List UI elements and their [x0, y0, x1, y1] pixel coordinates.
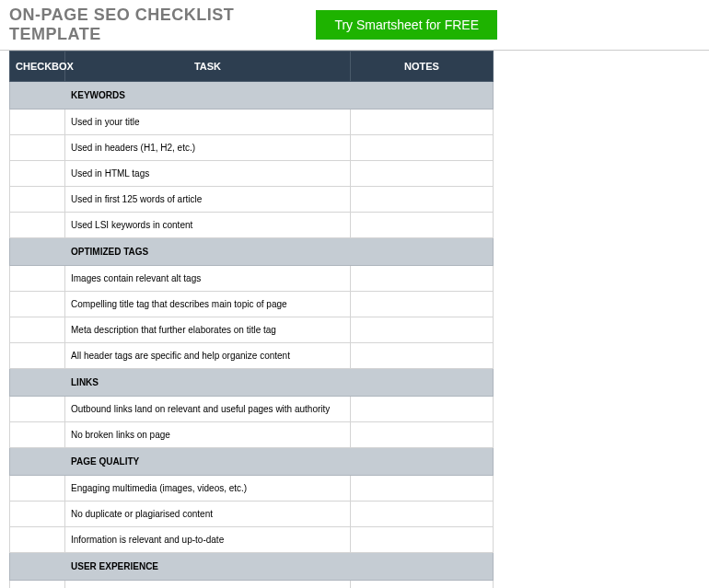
- task-cell: Used in HTML tags: [65, 161, 351, 187]
- notes-cell[interactable]: [351, 110, 494, 135]
- notes-cell[interactable]: [351, 213, 494, 238]
- notes-cell[interactable]: [351, 422, 494, 448]
- section-name: OPTIMIZED TAGS: [65, 238, 494, 266]
- table-row: No duplicate or plagiarised content: [10, 502, 494, 527]
- table-row: Information is relevant and up-to-date: [10, 527, 494, 553]
- notes-cell[interactable]: [351, 502, 494, 527]
- task-cell: Outbound links land on relevant and usef…: [65, 397, 351, 422]
- checkbox-cell[interactable]: [10, 161, 65, 187]
- task-cell: Information is relevant and up-to-date: [65, 527, 351, 553]
- section-row: USER EXPERIENCE: [10, 553, 494, 581]
- task-cell: Compelling title tag that describes main…: [65, 292, 351, 317]
- table-row: Images contain relevant alt tags: [10, 266, 494, 292]
- table-row: Outbound links land on relevant and usef…: [10, 397, 494, 422]
- checkbox-cell[interactable]: [10, 502, 65, 527]
- task-cell: No broken links on page: [65, 422, 351, 448]
- checkbox-cell[interactable]: [10, 266, 65, 292]
- checkbox-cell[interactable]: [10, 527, 65, 553]
- notes-cell[interactable]: [351, 161, 494, 187]
- section-row: PAGE QUALITY: [10, 448, 494, 476]
- section-name: KEYWORDS: [65, 82, 494, 110]
- task-cell: All header tags are specific and help or…: [65, 343, 351, 369]
- section-name: LINKS: [65, 369, 494, 397]
- notes-cell[interactable]: [351, 292, 494, 317]
- page-title: ON-PAGE SEO CHECKLIST TEMPLATE: [9, 6, 316, 44]
- task-cell: Meta description that further elaborates…: [65, 317, 351, 343]
- checkbox-cell[interactable]: [10, 135, 65, 161]
- header-bar: ON-PAGE SEO CHECKLIST TEMPLATE Try Smart…: [0, 0, 709, 51]
- section-row: OPTIMIZED TAGS: [10, 238, 494, 266]
- section-name: PAGE QUALITY: [65, 448, 494, 476]
- task-cell: Used in your title: [65, 110, 351, 135]
- notes-cell[interactable]: [351, 527, 494, 553]
- table-body: KEYWORDSUsed in your titleUsed in header…: [10, 82, 494, 589]
- table-row: Compelling title tag that describes main…: [10, 292, 494, 317]
- table-row: Used in your title: [10, 110, 494, 135]
- table-header-row: CHECKBOX TASK NOTES: [10, 52, 494, 82]
- checkbox-cell[interactable]: [10, 422, 65, 448]
- task-cell: No duplicate or plagiarised content: [65, 502, 351, 527]
- checkbox-cell[interactable]: [10, 292, 65, 317]
- checklist-table: CHECKBOX TASK NOTES KEYWORDSUsed in your…: [9, 51, 494, 588]
- table-row: Used in headers (H1, H2, etc.): [10, 135, 494, 161]
- table-row: Used in first 125 words of article: [10, 187, 494, 213]
- section-name: USER EXPERIENCE: [65, 553, 494, 581]
- table-row: No broken links on page: [10, 422, 494, 448]
- notes-cell[interactable]: [351, 135, 494, 161]
- checklist-table-wrap: CHECKBOX TASK NOTES KEYWORDSUsed in your…: [0, 51, 709, 588]
- task-cell: Used in headers (H1, H2, etc.): [65, 135, 351, 161]
- task-cell: Engaging multimedia (images, videos, etc…: [65, 476, 351, 502]
- section-row: LINKS: [10, 369, 494, 397]
- notes-cell[interactable]: [351, 343, 494, 369]
- table-row: All header tags are specific and help or…: [10, 343, 494, 369]
- table-row: Meta description that further elaborates…: [10, 317, 494, 343]
- checkbox-cell[interactable]: [10, 476, 65, 502]
- notes-cell[interactable]: [351, 187, 494, 213]
- checkbox-cell[interactable]: [10, 397, 65, 422]
- notes-cell[interactable]: [351, 581, 494, 589]
- checkbox-cell[interactable]: [10, 213, 65, 238]
- checkbox-cell[interactable]: [10, 343, 65, 369]
- section-row: KEYWORDS: [10, 82, 494, 110]
- checkbox-cell[interactable]: [10, 317, 65, 343]
- table-row: Page loads in under 5 seconds: [10, 581, 494, 589]
- task-cell: Used in first 125 words of article: [65, 187, 351, 213]
- col-header-task: TASK: [65, 52, 351, 82]
- section-checkbox-cell: [10, 238, 65, 266]
- section-checkbox-cell: [10, 448, 65, 476]
- checkbox-cell[interactable]: [10, 581, 65, 589]
- table-row: Engaging multimedia (images, videos, etc…: [10, 476, 494, 502]
- col-header-notes: NOTES: [351, 52, 494, 82]
- notes-cell[interactable]: [351, 266, 494, 292]
- notes-cell[interactable]: [351, 476, 494, 502]
- section-checkbox-cell: [10, 82, 65, 110]
- section-checkbox-cell: [10, 369, 65, 397]
- checkbox-cell[interactable]: [10, 187, 65, 213]
- task-cell: Images contain relevant alt tags: [65, 266, 351, 292]
- col-header-checkbox: CHECKBOX: [10, 52, 65, 82]
- table-row: Used in HTML tags: [10, 161, 494, 187]
- table-row: Used LSI keywords in content: [10, 213, 494, 238]
- notes-cell[interactable]: [351, 397, 494, 422]
- checkbox-cell[interactable]: [10, 110, 65, 135]
- notes-cell[interactable]: [351, 317, 494, 343]
- task-cell: Page loads in under 5 seconds: [65, 581, 351, 589]
- try-smartsheet-button[interactable]: Try Smartsheet for FREE: [316, 10, 497, 40]
- section-checkbox-cell: [10, 553, 65, 581]
- task-cell: Used LSI keywords in content: [65, 213, 351, 238]
